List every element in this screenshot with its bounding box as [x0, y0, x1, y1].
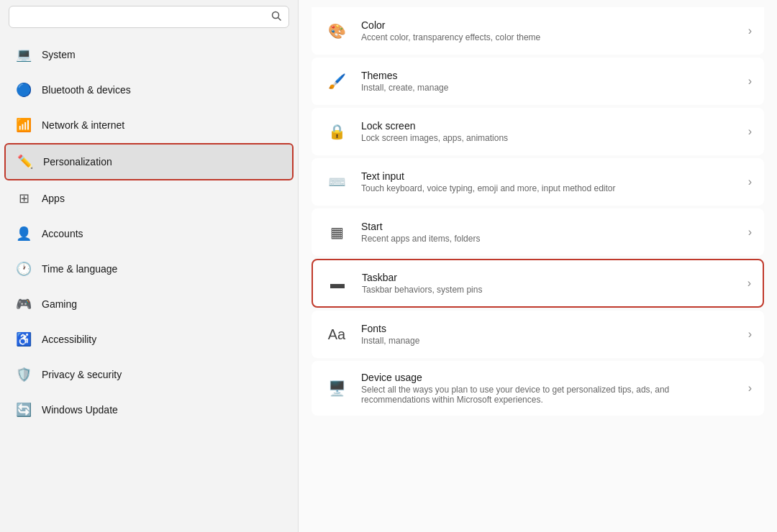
- fonts-icon: Aa: [324, 321, 350, 347]
- setting-desc-color: Accent color, transparency effects, colo…: [361, 32, 737, 42]
- setting-desc-textinput: Touch keyboard, voice typing, emoji and …: [361, 183, 737, 193]
- sidebar-item-label: Apps: [42, 193, 65, 204]
- bluetooth-icon: 🔵: [16, 82, 32, 98]
- sidebar-item-label: Gaming: [42, 298, 77, 310]
- sidebar-item-accounts[interactable]: 👤 Accounts: [4, 216, 294, 251]
- privacy-icon: 🛡️: [16, 367, 32, 382]
- search-icon: [271, 11, 281, 23]
- sidebar-item-update[interactable]: 🔄 Windows Update: [4, 393, 294, 427]
- sidebar-item-label: Privacy & security: [42, 369, 122, 380]
- apps-icon: ⊞: [16, 191, 32, 206]
- lockscreen-icon: 🔒: [324, 119, 350, 145]
- setting-item-textinput[interactable]: ⌨️ Text input Touch keyboard, voice typi…: [312, 158, 764, 206]
- sidebar-item-time[interactable]: 🕐 Time & language: [4, 252, 294, 286]
- setting-title-taskbar: Taskbar: [362, 272, 736, 283]
- sidebar-item-label: Accounts: [42, 228, 83, 239]
- color-icon: 🎨: [324, 18, 350, 44]
- sidebar-item-accessibility[interactable]: ♿ Accessibility: [4, 322, 294, 357]
- sidebar: 💻 System 🔵 Bluetooth & devices 📶 Network…: [0, 0, 299, 532]
- chevron-right-icon: ›: [748, 24, 752, 37]
- sidebar-item-label: Personalization: [43, 156, 112, 168]
- taskbar-icon: ▬: [324, 270, 350, 296]
- setting-desc-lockscreen: Lock screen images, apps, animations: [361, 133, 737, 143]
- chevron-right-icon: ›: [748, 382, 752, 395]
- update-icon: 🔄: [16, 402, 32, 418]
- setting-item-deviceusage[interactable]: 🖥️ Device usage Select all the ways you …: [312, 361, 764, 416]
- search-bar[interactable]: [9, 6, 289, 28]
- setting-desc-themes: Install, create, manage: [361, 83, 737, 93]
- network-icon: 📶: [16, 117, 32, 133]
- chevron-right-icon: ›: [748, 226, 752, 239]
- chevron-right-icon: ›: [748, 175, 752, 188]
- chevron-right-icon: ›: [748, 277, 751, 290]
- sidebar-item-label: Accessibility: [42, 334, 96, 345]
- search-input[interactable]: [17, 12, 265, 23]
- setting-title-themes: Themes: [361, 70, 737, 81]
- time-icon: 🕐: [16, 261, 32, 277]
- sidebar-item-privacy[interactable]: 🛡️ Privacy & security: [4, 357, 294, 392]
- sidebar-item-label: System: [42, 49, 76, 60]
- nav-list: 💻 System 🔵 Bluetooth & devices 📶 Network…: [0, 37, 298, 428]
- accounts-icon: 👤: [16, 226, 32, 242]
- accessibility-icon: ♿: [16, 331, 32, 347]
- setting-item-color[interactable]: 🎨 Color Accent color, transparency effec…: [312, 7, 764, 55]
- themes-icon: 🖌️: [324, 68, 350, 94]
- textinput-icon: ⌨️: [324, 169, 350, 195]
- gaming-icon: 🎮: [16, 296, 32, 312]
- chevron-right-icon: ›: [748, 75, 752, 88]
- settings-list: 🎨 Color Accent color, transparency effec…: [312, 7, 764, 416]
- setting-item-taskbar[interactable]: ▬ Taskbar Taskbar behaviors, system pins…: [312, 259, 764, 308]
- setting-title-fonts: Fonts: [361, 323, 737, 334]
- sidebar-item-label: Bluetooth & devices: [42, 84, 131, 96]
- setting-title-lockscreen: Lock screen: [361, 120, 737, 132]
- setting-item-themes[interactable]: 🖌️ Themes Install, create, manage ›: [312, 58, 764, 105]
- setting-desc-deviceusage: Select all the ways you plan to use your…: [361, 385, 737, 405]
- sidebar-item-apps[interactable]: ⊞ Apps: [4, 181, 294, 216]
- setting-desc-taskbar: Taskbar behaviors, system pins: [362, 285, 736, 295]
- main-content: 🎨 Color Accent color, transparency effec…: [299, 0, 777, 532]
- deviceusage-icon: 🖥️: [324, 375, 350, 401]
- setting-item-fonts[interactable]: Aa Fonts Install, manage ›: [312, 311, 764, 358]
- sidebar-item-bluetooth[interactable]: 🔵 Bluetooth & devices: [4, 73, 294, 107]
- setting-item-start[interactable]: ▦ Start Recent apps and items, folders ›: [312, 208, 764, 256]
- setting-desc-start: Recent apps and items, folders: [361, 234, 737, 244]
- setting-title-start: Start: [361, 221, 737, 232]
- setting-title-textinput: Text input: [361, 170, 737, 182]
- sidebar-item-system[interactable]: 💻 System: [4, 37, 294, 72]
- setting-desc-fonts: Install, manage: [361, 336, 737, 346]
- chevron-right-icon: ›: [748, 125, 752, 138]
- setting-title-color: Color: [361, 19, 737, 31]
- start-icon: ▦: [324, 219, 350, 245]
- setting-item-lockscreen[interactable]: 🔒 Lock screen Lock screen images, apps, …: [312, 108, 764, 155]
- system-icon: 💻: [16, 47, 32, 63]
- sidebar-item-label: Windows Update: [42, 404, 118, 416]
- setting-title-deviceusage: Device usage: [361, 372, 737, 383]
- sidebar-item-label: Network & internet: [42, 119, 124, 131]
- sidebar-item-personalization[interactable]: ✏️ Personalization: [4, 143, 294, 180]
- personalization-icon: ✏️: [17, 154, 33, 170]
- sidebar-item-gaming[interactable]: 🎮 Gaming: [4, 287, 294, 321]
- sidebar-item-label: Time & language: [42, 263, 117, 275]
- svg-line-1: [278, 18, 281, 21]
- chevron-right-icon: ›: [748, 328, 752, 341]
- sidebar-item-network[interactable]: 📶 Network & internet: [4, 108, 294, 142]
